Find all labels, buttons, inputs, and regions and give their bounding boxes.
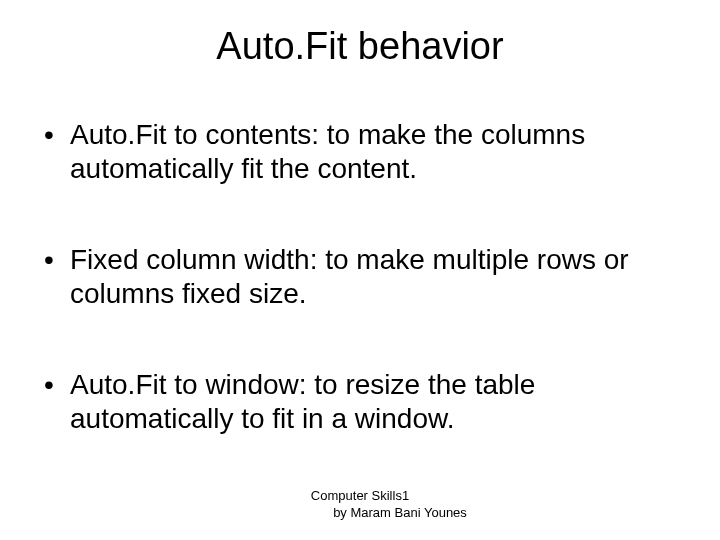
list-item: Auto.Fit to window: to resize the table …: [42, 368, 690, 435]
list-item: Fixed column width: to make multiple row…: [42, 243, 690, 310]
slide-title: Auto.Fit behavior: [30, 25, 690, 68]
slide-footer: Computer Skills1 by Maram Bani Younes: [0, 488, 720, 522]
list-item: Auto.Fit to contents: to make the column…: [42, 118, 690, 185]
footer-author: by Maram Bani Younes: [0, 505, 720, 522]
slide-container: Auto.Fit behavior Auto.Fit to contents: …: [0, 0, 720, 540]
bullet-list: Auto.Fit to contents: to make the column…: [30, 118, 690, 436]
footer-course: Computer Skills1: [0, 488, 720, 505]
